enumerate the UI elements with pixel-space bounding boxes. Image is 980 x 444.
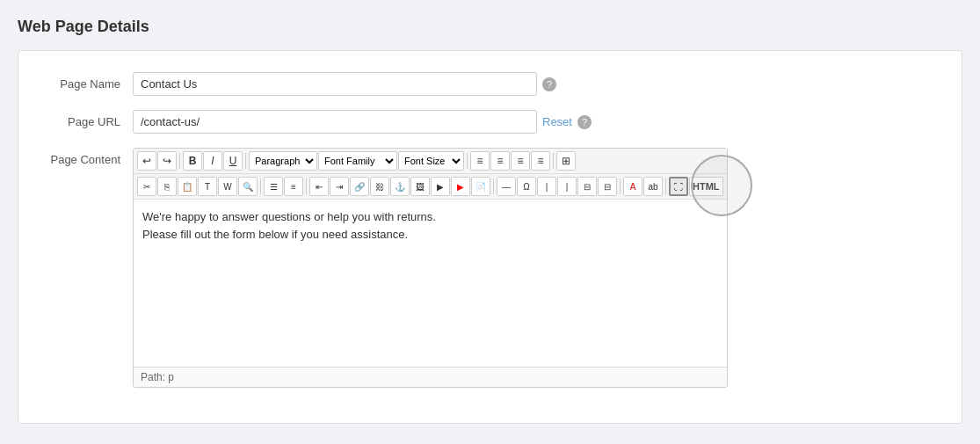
font-size-select[interactable]: Font Size 8pt 10pt 12pt 14pt — [398, 151, 464, 171]
page-url-input[interactable] — [133, 110, 537, 134]
editor-content-area[interactable]: We're happy to answer questions or help … — [134, 200, 727, 367]
font-color-button[interactable]: A — [623, 177, 642, 196]
editor-footer: Path: p — [134, 367, 727, 387]
page-url-control-wrap: Reset ? — [133, 110, 944, 134]
align-center-button[interactable]: ≡ — [490, 151, 510, 171]
toolbar-separator-6 — [306, 178, 307, 194]
editor-path: Path: p — [141, 371, 174, 383]
editor-container: ↩ ↪ B I U Paragraph Heading 1 Heading 2 … — [133, 148, 728, 388]
underline-button[interactable]: U — [223, 151, 243, 171]
page-content-row: Page Content ↩ ↪ B I U Paragraph — [36, 148, 944, 388]
web-page-details-card: Page Name ? Page URL Reset ? Page Conten… — [18, 50, 962, 424]
highlight-button[interactable]: ab — [643, 177, 663, 196]
youtube-button[interactable]: ▶ — [451, 177, 470, 196]
ordered-list-button[interactable]: ≡ — [284, 177, 303, 196]
toolbar-separator-1 — [179, 153, 180, 169]
outdent-button[interactable]: ⇤ — [309, 177, 329, 196]
toolbar-separator-5 — [260, 178, 261, 194]
align-left-button[interactable]: ≡ — [470, 151, 490, 171]
paste-word-button[interactable]: W — [218, 177, 237, 196]
media-button[interactable]: ▶ — [431, 177, 450, 196]
link-button[interactable]: 🔗 — [350, 177, 369, 196]
align-right-button[interactable]: ≡ — [511, 151, 530, 171]
page-url-label: Page URL — [36, 110, 133, 128]
bold-button[interactable]: B — [183, 151, 202, 171]
page-name-row: Page Name ? — [36, 72, 944, 96]
toolbar-separator-9 — [665, 178, 666, 194]
special-char-button[interactable]: Ω — [517, 177, 536, 196]
more-btn1[interactable]: | — [537, 177, 556, 196]
full-screen-button[interactable]: ⛶ — [669, 177, 688, 196]
page-content-label: Page Content — [36, 148, 133, 166]
toolbar-separator-7 — [493, 178, 494, 194]
page-content-control-wrap: ↩ ↪ B I U Paragraph Heading 1 Heading 2 … — [133, 148, 944, 388]
redo-button[interactable]: ↪ — [157, 151, 177, 171]
page-name-control-wrap: ? — [133, 72, 944, 96]
page-name-help-icon[interactable]: ? — [542, 77, 556, 91]
table-button[interactable]: ⊞ — [556, 151, 576, 171]
italic-button[interactable]: I — [203, 151, 222, 171]
editor-text-line2: Please fill out the form below if you ne… — [142, 226, 718, 244]
font-family-select[interactable]: Font Family Arial Times New Roman Courie… — [318, 151, 397, 171]
image-button[interactable]: 🖼 — [410, 177, 430, 196]
copy-button[interactable]: ⎘ — [157, 177, 177, 196]
toolbar-separator-2 — [245, 153, 246, 169]
toolbar-row1: ↩ ↪ B I U Paragraph Heading 1 Heading 2 … — [134, 149, 727, 174]
paste-text-button[interactable]: T — [198, 177, 217, 196]
paragraph-select[interactable]: Paragraph Heading 1 Heading 2 Heading 3 — [249, 151, 317, 171]
toolbar-separator-8 — [620, 178, 621, 194]
indent-button[interactable]: ⇥ — [330, 177, 349, 196]
page-url-help-icon[interactable]: ? — [577, 115, 592, 129]
page-title: Web Page Details — [18, 18, 962, 36]
undo-button[interactable]: ↩ — [137, 151, 156, 171]
unlink-button[interactable]: ⛓ — [370, 177, 389, 196]
cut-button[interactable]: ✂ — [137, 177, 156, 196]
paste-button[interactable]: 📋 — [178, 177, 197, 196]
page-url-row: Page URL Reset ? — [36, 110, 944, 134]
template-button[interactable]: 📄 — [471, 177, 490, 196]
align-justify-button[interactable]: ≡ — [531, 151, 550, 171]
more-btn2[interactable]: | — [557, 177, 577, 196]
find-replace-button[interactable]: 🔍 — [238, 177, 258, 196]
toolbar-separator-4 — [553, 153, 554, 169]
reset-link[interactable]: Reset — [542, 115, 572, 128]
editor-wrap: ↩ ↪ B I U Paragraph Heading 1 Heading 2 … — [133, 148, 728, 388]
html-button[interactable]: HTML — [689, 177, 723, 196]
toolbar-row2: ✂ ⎘ 📋 T W 🔍 ☰ ≡ ⇤ ⇥ 🔗 ⛓ ⚓ — [134, 174, 727, 200]
toolbar-separator-3 — [467, 153, 468, 169]
editor-text-line1: We're happy to answer questions or help … — [142, 208, 718, 226]
more-btn3[interactable]: ⊟ — [577, 177, 597, 196]
more-btn4[interactable]: ⊟ — [598, 177, 617, 196]
anchor-button[interactable]: ⚓ — [390, 177, 410, 196]
page-name-label: Page Name — [36, 72, 133, 91]
unordered-list-button[interactable]: ☰ — [264, 177, 283, 196]
page-name-input[interactable] — [133, 72, 537, 96]
horizontal-rule-button[interactable]: — — [497, 177, 516, 196]
